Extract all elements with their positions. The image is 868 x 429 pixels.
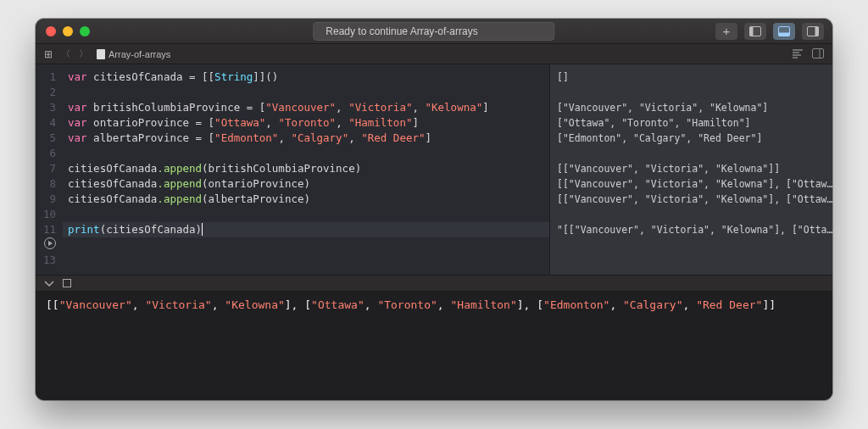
panel-bottom-icon[interactable] [773, 23, 795, 40]
result-row[interactable]: [["Vancouver", "Victoria", "Kelowna"], [… [550, 192, 832, 207]
result-row[interactable]: [["Vancouver", "Victoria", "Kelowna"], [… [550, 176, 832, 192]
panel-right-icon[interactable] [802, 23, 824, 40]
result-row[interactable]: "[["Vancouver", "Victoria", "Kelowna"], … [550, 222, 832, 237]
source-editor[interactable]: 1 2 3 4 5 6 7 8 9 10 11 13 var citiesOfC… [36, 64, 549, 275]
nav-forward-icon[interactable]: 〉 [79, 47, 88, 60]
console-output[interactable]: [["Vancouver", "Victoria", "Kelowna"], [… [36, 292, 832, 400]
line-number: 4 [36, 115, 56, 131]
results-sidebar: [] ["Vancouver", "Victoria", "Kelowna"] … [549, 64, 832, 275]
breadcrumb: ⊞ 〈 〉 Array-of-arrays [36, 44, 832, 64]
code-area[interactable]: var citiesOfCanada = [[String]]() var br… [63, 64, 549, 275]
breadcrumb-file[interactable]: Array-of-arrays [97, 49, 170, 59]
result-row[interactable]: [["Vancouver", "Victoria", "Kelowna"]] [550, 161, 832, 176]
console-line: [["Vancouver", "Victoria", "Kelowna"], [… [46, 298, 776, 311]
panel-left-icon[interactable] [744, 23, 766, 40]
disclosure-icon[interactable] [44, 276, 54, 291]
breadcrumb-file-label: Array-of-arrays [108, 49, 170, 59]
editor-split: 1 2 3 4 5 6 7 8 9 10 11 13 var citiesOfC… [36, 64, 832, 275]
run-status[interactable]: Ready to continue Array-of-arrays [313, 22, 554, 41]
line-number: 3 [36, 100, 56, 115]
debug-bar [36, 275, 832, 292]
traffic-lights [46, 26, 90, 36]
line-number: 10 [36, 207, 56, 222]
add-button[interactable]: + [715, 23, 737, 40]
related-items-icon[interactable]: ⊞ [44, 48, 53, 60]
result-row[interactable]: ["Edmonton", "Calgary", "Red Deer"] [550, 131, 832, 146]
svg-rect-6 [813, 48, 824, 58]
zoom-icon[interactable] [80, 26, 90, 36]
minimize-icon[interactable] [63, 26, 73, 36]
xcode-window: Ready to continue Array-of-arrays + ⊞ 〈 … [36, 19, 832, 400]
line-number: 7 [36, 161, 56, 176]
svg-rect-1 [750, 26, 754, 36]
line-number: 5 [36, 131, 56, 146]
close-icon[interactable] [46, 26, 56, 36]
stop-icon[interactable] [63, 279, 71, 287]
line-number: 11 [36, 222, 56, 237]
result-row[interactable]: ["Vancouver", "Victoria", "Kelowna"] [550, 100, 832, 115]
result-row[interactable]: ["Ottawa", "Toronto", "Hamilton"] [550, 115, 832, 131]
titlebar: Ready to continue Array-of-arrays + [36, 19, 832, 44]
split-editor-icon[interactable] [812, 48, 824, 60]
line-number: 13 [36, 253, 56, 268]
line-number: 2 [36, 85, 56, 100]
line-number: 6 [36, 146, 56, 161]
titlebar-right: + [715, 23, 824, 40]
result-row[interactable]: [] [550, 70, 832, 85]
minimap-icon[interactable] [792, 48, 804, 60]
nav-back-icon[interactable]: 〈 [61, 47, 70, 60]
line-number: 8 [36, 176, 56, 192]
run-line-icon[interactable] [44, 237, 56, 249]
svg-rect-3 [779, 32, 790, 36]
svg-rect-5 [815, 26, 819, 36]
swift-file-icon [97, 49, 105, 59]
line-number: 1 [36, 70, 56, 85]
line-number: 9 [36, 192, 56, 207]
